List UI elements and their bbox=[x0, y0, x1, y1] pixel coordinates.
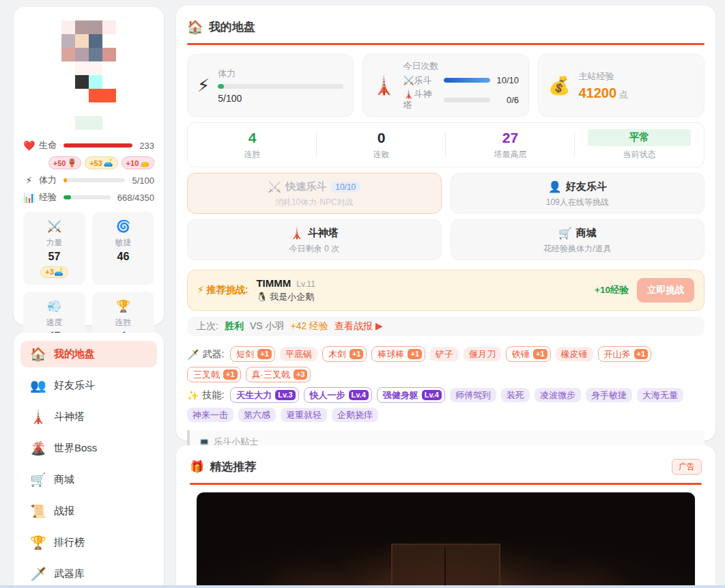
action-subtitle: 花经验换体力/道具 bbox=[451, 243, 705, 255]
skill-chip[interactable]: 强健身躯Lv.4 bbox=[377, 387, 445, 403]
view-report-link[interactable]: 查看战报 ▶ bbox=[335, 320, 383, 333]
last-battle-result: 胜利 bbox=[225, 320, 244, 333]
weapon-chip[interactable]: 铲子 bbox=[430, 347, 459, 361]
weapon-chip[interactable]: 棒球棒+1 bbox=[371, 346, 425, 362]
avatar-pixel bbox=[89, 116, 102, 130]
weapon-chip[interactable]: 橡皮锤 bbox=[556, 347, 593, 361]
attribute-card-agility: 🌀敏捷46 bbox=[92, 212, 154, 285]
weapon-chip[interactable]: 开山斧+1 bbox=[598, 346, 652, 362]
avatar-pixel-grid bbox=[61, 20, 116, 130]
skill-name: 大海无量 bbox=[642, 391, 678, 400]
sidebar-item-shop[interactable]: 🛒商城 bbox=[20, 466, 157, 493]
sidebar-item-battle-reports[interactable]: 📜战报 bbox=[20, 498, 157, 524]
avatar-pixel bbox=[89, 20, 102, 34]
sidebar-item-label: 商城 bbox=[54, 473, 74, 486]
skill-chip[interactable]: 身手敏捷 bbox=[586, 388, 632, 402]
profile-stat-row: ❤️生命233 bbox=[23, 139, 154, 152]
avatar-pixel bbox=[61, 48, 75, 61]
skill-chip[interactable]: 第六感 bbox=[238, 408, 276, 422]
quick-battle-icon: ⚔️ bbox=[268, 180, 281, 193]
recommend-challenge-bar: ⚡ 推荐挑战: TIMMM Lv.11 🐧 我是小企鹅 +10经验 立即挑战 bbox=[187, 270, 705, 311]
avatar-pixel bbox=[89, 75, 102, 89]
weapon-chip[interactable]: 三叉戟+1 bbox=[187, 367, 241, 382]
challenge-now-button[interactable]: 立即挑战 bbox=[637, 278, 694, 303]
action-card-shop[interactable]: 🛒商城花经验换体力/道具 bbox=[451, 219, 705, 260]
stamina-bar bbox=[218, 84, 343, 89]
skill-chip[interactable]: 神来一击 bbox=[187, 408, 233, 422]
stamina-card: ⚡ 体力 5/100 bbox=[187, 54, 354, 117]
gift-icon: 🎁 bbox=[190, 460, 204, 474]
sidebar-item-tower[interactable]: 🗼斗神塔 bbox=[20, 404, 157, 430]
chart-icon: 📊 bbox=[23, 192, 35, 203]
weapon-chip[interactable]: 平底锅 bbox=[280, 347, 317, 361]
skill-chip[interactable]: 凌波微步 bbox=[535, 388, 581, 402]
stat-bar bbox=[63, 143, 132, 148]
armory-icon: 🗡️ bbox=[30, 566, 45, 582]
counter-bar: 4连胜0连败27塔最高层平常当前状态 bbox=[187, 122, 705, 167]
attribute-badge-wrap: +3🛋️ bbox=[27, 263, 81, 278]
daily-rows: ⚔️乐斗10/10🗼斗神塔0/6 bbox=[403, 75, 519, 111]
featured-underline bbox=[190, 483, 702, 485]
daily-count-row: 🗼斗神塔0/6 bbox=[403, 89, 519, 111]
weapon-chip[interactable]: 短剑+1 bbox=[230, 346, 275, 362]
daily-row-value: 10/10 bbox=[494, 75, 519, 85]
weapons-row: 🗡️武器: 短剑+1平底锅木剑+1棒球棒+1铲子偃月刀铁锤+1橡皮锤开山斧+1三… bbox=[187, 346, 705, 382]
avatar-pixel bbox=[61, 34, 75, 48]
sidebar-item-home[interactable]: 🏠我的地盘 bbox=[20, 341, 157, 367]
skill-chip[interactable]: 避重就轻 bbox=[281, 408, 327, 422]
attribute-value: 57 bbox=[27, 251, 81, 263]
stat-card-row: ⚡ 体力 5/100 🗼 今日次数 ⚔️乐斗10/10🗼斗神塔0/6 💰 主站经… bbox=[187, 54, 705, 117]
skill-chip[interactable]: 快人一步Lv.4 bbox=[304, 387, 372, 403]
avatar-pixel bbox=[102, 48, 116, 61]
buff-value: +10 bbox=[126, 159, 139, 167]
bolt-icon: ⚡ bbox=[23, 175, 35, 186]
action-card-friend-battle[interactable]: 👤好友乐斗109人在线等挑战 bbox=[451, 173, 705, 214]
skill-chip[interactable]: 大海无量 bbox=[637, 388, 683, 402]
sidebar-item-world-boss[interactable]: 🌋世界Boss bbox=[20, 435, 157, 462]
weapon-chip[interactable]: 偃月刀 bbox=[464, 347, 501, 361]
opponent-level: Lv.11 bbox=[296, 279, 315, 289]
buff-icon: 🏺 bbox=[67, 158, 76, 167]
counter-cell: 0连败 bbox=[317, 123, 446, 167]
stat-value: 233 bbox=[139, 141, 154, 151]
counter-cell: 27塔最高层 bbox=[446, 123, 575, 167]
attribute-value: 46 bbox=[96, 251, 150, 263]
avatar-pixel bbox=[61, 61, 75, 75]
page-title: 🏠 我的地盘 bbox=[187, 19, 705, 35]
action-card-tower[interactable]: 🗼斗神塔今日剩余 0 次 bbox=[187, 219, 442, 260]
skill-chip[interactable]: 师傅驾到 bbox=[450, 388, 496, 402]
profile-card: ❤️生命233+50🏺+53🛋️+10👝⚡体力5/100📊经验668/4350 … bbox=[14, 7, 164, 325]
counter-label: 当前状态 bbox=[623, 149, 656, 160]
weapon-chip[interactable]: 真·三叉戟+3 bbox=[246, 367, 311, 382]
skill-chip[interactable]: 装死 bbox=[501, 388, 530, 402]
avatar-pixel bbox=[89, 89, 102, 102]
weapon-name: 偃月刀 bbox=[469, 350, 496, 359]
sidebar-item-leaderboard[interactable]: 🏆排行榜 bbox=[20, 529, 157, 556]
weapon-name: 短剑 bbox=[236, 350, 254, 359]
counter-value: 27 bbox=[502, 130, 518, 146]
avatar-pixel bbox=[102, 116, 116, 130]
weapon-chip[interactable]: 铁锤+1 bbox=[506, 346, 551, 362]
skill-chip[interactable]: 天生大力Lv.3 bbox=[230, 387, 298, 403]
bolt-icon: ⚡ bbox=[197, 75, 210, 96]
action-title-text: 好友乐斗 bbox=[566, 180, 607, 193]
weapon-chip[interactable]: 木剑+1 bbox=[322, 346, 367, 362]
skills-label: ✨技能: bbox=[187, 389, 224, 402]
action-title-text: 快速乐斗 bbox=[285, 180, 326, 193]
tower-icon: 🗼 bbox=[290, 227, 304, 240]
avatar-pixel bbox=[89, 61, 102, 75]
skill-chip[interactable]: 企鹅挠痒 bbox=[332, 408, 378, 422]
weapon-plus-badge: +1 bbox=[350, 349, 364, 359]
avatar-pixel bbox=[89, 48, 102, 61]
stat-label: 生命 bbox=[39, 139, 59, 152]
ad-image[interactable] bbox=[197, 492, 695, 588]
sidebar-item-friends[interactable]: 👥好友乐斗 bbox=[20, 372, 157, 399]
last-battle-prefix: 上次: bbox=[197, 320, 218, 333]
sidebar-item-armory[interactable]: 🗡️武器库 bbox=[20, 561, 157, 587]
action-card-quick-battle[interactable]: ⚔️快速乐斗10/10消耗10体力·NPC对战 bbox=[187, 173, 442, 214]
attribute-card-strength: ⚔️力量57+3🛋️ bbox=[23, 212, 85, 285]
world-boss-icon: 🌋 bbox=[30, 440, 45, 456]
buff-icon: 🛋️ bbox=[104, 158, 113, 167]
avatar-pixel bbox=[75, 102, 89, 116]
sparkles-icon: ✨ bbox=[187, 390, 199, 401]
